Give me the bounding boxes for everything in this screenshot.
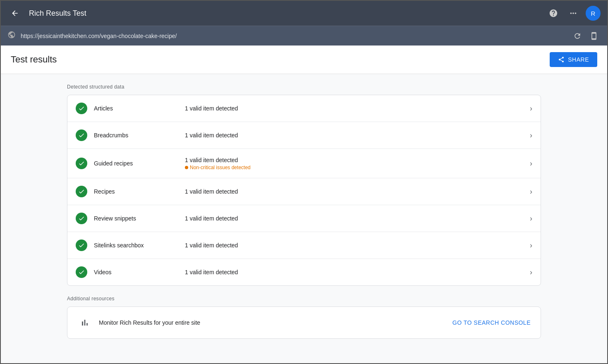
back-button[interactable]	[7, 6, 22, 21]
valid-check-icon	[76, 129, 87, 141]
url-bar: https://jessicainthekitchen.com/vegan-ch…	[1, 26, 607, 46]
chevron-right-icon: ›	[530, 241, 532, 250]
table-row[interactable]: Sitelinks searchbox 1 valid item detecte…	[67, 232, 541, 259]
monitor-text: Monitor Rich Results for your entire sit…	[99, 319, 452, 326]
valid-check-icon	[76, 103, 87, 114]
chevron-right-icon: ›	[530, 187, 532, 196]
apps-button[interactable]	[566, 6, 581, 21]
results-header: Test results SHARE	[1, 46, 607, 74]
go-to-console-link[interactable]: GO TO SEARCH CONSOLE	[452, 319, 531, 326]
warning-dot-icon	[185, 166, 188, 169]
item-status: 1 valid item detected	[185, 188, 525, 195]
item-name: Guided recipes	[94, 160, 185, 167]
item-status: 1 valid item detected	[185, 242, 525, 249]
user-avatar[interactable]: R	[586, 6, 601, 21]
mobile-view-button[interactable]	[587, 29, 601, 43]
content-area: Test results SHARE Detected structured d…	[1, 46, 607, 364]
bar-chart-icon	[77, 315, 92, 330]
share-button[interactable]: SHARE	[550, 52, 597, 67]
warning-indicator: Non-critical issues detected	[185, 165, 525, 170]
item-name: Sitelinks searchbox	[94, 242, 185, 249]
item-status: 1 valid item detected	[185, 105, 525, 112]
table-row[interactable]: Breadcrumbs 1 valid item detected ›	[67, 122, 541, 149]
item-status: 1 valid item detected	[185, 268, 525, 276]
page-title: Test results	[11, 54, 57, 65]
globe-icon	[7, 31, 16, 41]
top-right-icons: R	[546, 6, 601, 21]
additional-resources-card: Monitor Rich Results for your entire sit…	[67, 307, 541, 339]
detected-section-label: Detected structured data	[67, 84, 541, 90]
valid-check-icon	[76, 186, 87, 197]
url-right-icons	[571, 29, 601, 43]
table-row[interactable]: Review snippets 1 valid item detected ›	[67, 205, 541, 232]
chevron-right-icon: ›	[530, 104, 532, 113]
search-console-row[interactable]: Monitor Rich Results for your entire sit…	[67, 307, 541, 338]
item-status: 1 valid item detected Non-critical issue…	[185, 156, 525, 170]
url-display: https://jessicainthekitchen.com/vegan-ch…	[21, 33, 566, 39]
detected-data-card: Articles 1 valid item detected › Breadcr…	[67, 95, 541, 286]
item-status: 1 valid item detected	[185, 215, 525, 222]
valid-check-icon	[76, 213, 87, 224]
item-name: Review snippets	[94, 215, 185, 222]
valid-check-icon	[76, 158, 87, 169]
item-name: Videos	[94, 269, 185, 275]
main-content: Detected structured data Articles 1 vali…	[1, 74, 607, 364]
refresh-button[interactable]	[571, 29, 584, 43]
table-row[interactable]: Guided recipes 1 valid item detected Non…	[67, 149, 541, 178]
app-title: Rich Results Test	[29, 9, 539, 18]
additional-section-label: Additional resources	[67, 296, 541, 302]
valid-check-icon	[76, 266, 87, 278]
chevron-right-icon: ›	[530, 268, 532, 277]
item-status: 1 valid item detected	[185, 132, 525, 139]
chevron-right-icon: ›	[530, 131, 532, 140]
table-row[interactable]: Articles 1 valid item detected ›	[67, 95, 541, 122]
chevron-right-icon: ›	[530, 159, 532, 168]
item-name: Breadcrumbs	[94, 132, 185, 139]
item-name: Articles	[94, 105, 185, 112]
item-name: Recipes	[94, 188, 185, 195]
top-nav-bar: Rich Results Test R	[1, 1, 607, 26]
help-button[interactable]	[546, 6, 561, 21]
table-row[interactable]: Videos 1 valid item detected ›	[67, 259, 541, 285]
chevron-right-icon: ›	[530, 214, 532, 223]
table-row[interactable]: Recipes 1 valid item detected ›	[67, 178, 541, 205]
valid-check-icon	[76, 239, 87, 251]
